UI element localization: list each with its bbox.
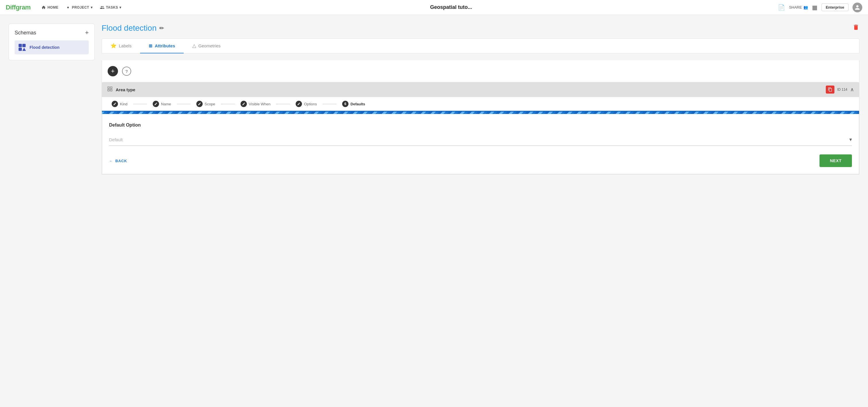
nav-items: HOME PROJECT ▾ TASKS ▾ [38,3,124,11]
svg-rect-6 [111,87,112,88]
step-icon-kind [112,101,118,107]
tab-labels[interactable]: ⭐ Labels [102,39,140,53]
step-icon-visible-when [241,101,247,107]
stepper-content-defaults: Default Option Default ▾ ← BACK NEXT [102,114,859,174]
svg-point-0 [67,7,69,8]
svg-rect-1 [19,44,22,47]
trash-icon [852,24,859,31]
stepper-tab-name[interactable]: Name [148,97,176,111]
step-divider-3 [221,104,235,104]
home-icon [41,5,46,10]
sidebar-add-button[interactable]: + [85,30,89,36]
tab-geometries[interactable]: △ Geometries [184,39,229,53]
attributes-icon: ⊞ [149,43,152,49]
attr-item-header: Area type ID 114 ∧ [102,82,859,97]
svg-rect-7 [108,89,110,91]
sidebar-title: Schemas [14,30,36,36]
project-title: Geospatial tuto... [124,4,778,10]
back-arrow-icon: ← [109,159,113,163]
tabs-bar: ⭐ Labels ⊞ Attributes △ Geometries [102,38,859,53]
labels-icon: ⭐ [111,43,117,49]
next-button[interactable]: NEXT [819,154,852,167]
tab-attributes[interactable]: ⊞ Attributes [140,39,184,53]
help-button[interactable]: ? [122,67,131,76]
edit-icon-visible-when [242,102,245,106]
tasks-icon [100,5,104,10]
step-divider-1 [133,104,147,104]
area-type-icon [107,86,113,93]
stepper-tab-defaults[interactable]: 6 Defaults [337,97,370,111]
page-title: Flood detection ✏ [102,24,164,33]
selection-icon [107,86,113,92]
step-divider-5 [322,104,336,104]
attributes-content: + ? [102,60,859,175]
stepper-tabs: Kind Name [102,97,859,112]
add-person-icon: 👥 [803,5,808,9]
attr-item-left: Area type [107,86,135,93]
add-attribute-button[interactable]: + [107,66,118,76]
attr-actions-row: + ? [102,60,859,76]
attribute-id: ID 114 [837,88,847,92]
edit-icon-options [297,102,301,106]
svg-rect-2 [22,44,26,47]
project-icon [66,5,70,10]
collapse-attribute-button[interactable]: ∧ [850,86,854,93]
nav-right: 📄 SHARE 👥 ▦ Enterprise [778,3,862,12]
layout-icon[interactable]: ▦ [812,4,817,11]
delete-schema-button[interactable] [852,24,859,32]
logo[interactable]: Diffgram [6,4,30,11]
stepper-tab-visible-when[interactable]: Visible When [236,97,276,111]
dropdown-placeholder: Default [109,137,123,142]
stepper-tab-options[interactable]: Options [290,97,322,111]
svg-marker-4 [22,48,26,51]
edit-icon-name [154,102,158,106]
user-icon [855,5,860,10]
edit-title-button[interactable]: ✏ [159,25,164,32]
section-title: Default Option [109,123,852,128]
attribute-item-area-type: Area type ID 114 ∧ [102,82,859,174]
step-divider-2 [177,104,191,104]
duplicate-attribute-button[interactable] [826,86,834,94]
step-icon-options [296,101,302,107]
svg-rect-3 [19,48,22,51]
step-icon-name [153,101,159,107]
page-title-row: Flood detection ✏ [102,24,859,33]
enterprise-button[interactable]: Enterprise [822,3,848,11]
attr-item-name: Area type [116,87,135,92]
content-area: Flood detection ✏ ⭐ Labels ⊞ Attributes … [102,24,859,398]
default-option-dropdown[interactable]: Default ▾ [109,133,852,146]
step-divider-4 [276,104,290,104]
svg-rect-5 [108,87,110,88]
geometries-icon: △ [192,43,196,49]
schema-item-flood-detection[interactable]: Flood detection [14,40,89,54]
schema-item-label: Flood detection [30,45,59,50]
top-navigation: Diffgram HOME PROJECT ▾ TASKS ▾ Geospati… [0,0,868,15]
step-badge-defaults: 6 [342,101,348,107]
stepper-tab-scope[interactable]: Scope [191,97,220,111]
nav-tasks[interactable]: TASKS ▾ [97,3,124,11]
sidebar: Schemas + Flood detection [9,24,95,60]
dropdown-arrow-icon: ▾ [849,136,852,143]
stepper-tab-kind[interactable]: Kind [106,97,133,111]
nav-project[interactable]: PROJECT ▾ [63,3,95,11]
nav-home[interactable]: HOME [38,3,61,11]
duplicate-icon [828,87,832,92]
step-icon-scope [196,101,203,107]
share-button[interactable]: SHARE 👥 [789,5,808,9]
main-layout: Schemas + Flood detection Flood detectio… [0,15,868,407]
svg-rect-8 [111,89,112,91]
progress-stripe [102,112,859,114]
back-button[interactable]: ← BACK [109,159,127,163]
edit-icon-kind [113,102,117,106]
edit-icon-scope [198,102,201,106]
attr-item-right: ID 114 ∧ [826,86,854,94]
file-icon[interactable]: 📄 [778,4,785,11]
sidebar-header: Schemas + [14,30,89,36]
avatar[interactable] [852,3,862,12]
schema-item-icon [18,43,26,51]
action-row: ← BACK NEXT [109,154,852,167]
